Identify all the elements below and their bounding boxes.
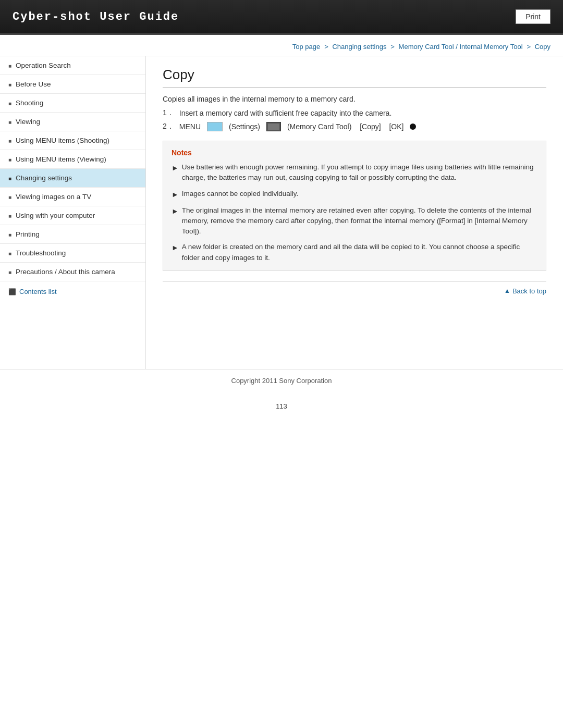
page-header: Cyber-shot User Guide Print bbox=[0, 0, 563, 35]
sidebar-label: Printing bbox=[16, 230, 40, 238]
back-to-top-link[interactable]: ▲ Back to top bbox=[504, 287, 546, 295]
memory-card-tool-icon bbox=[266, 122, 281, 131]
contents-list-link[interactable]: ⬛ Contents list bbox=[0, 281, 145, 302]
breadcrumb-memory-card-tool[interactable]: Memory Card Tool / Internal Memory Tool bbox=[399, 43, 523, 51]
note-arrow-icon: ► bbox=[172, 206, 179, 217]
bullet-icon: ■ bbox=[8, 157, 11, 163]
breadcrumb: Top page > Changing settings > Memory Ca… bbox=[0, 35, 563, 56]
note-text-1: Use batteries with enough power remainin… bbox=[182, 162, 537, 183]
sidebar-label: Using with your computer bbox=[16, 212, 95, 219]
step-2-number: 2． bbox=[163, 122, 174, 131]
sidebar-item-using-menu-viewing[interactable]: ■ Using MENU items (Viewing) bbox=[0, 150, 145, 169]
note-item-2: ► Images cannot be copied individually. bbox=[172, 189, 537, 200]
bullet-icon: ■ bbox=[8, 138, 11, 144]
contents-list-label: Contents list bbox=[19, 288, 57, 295]
note-text-2: Images cannot be copied individually. bbox=[182, 189, 298, 199]
bullet-icon: ■ bbox=[8, 269, 11, 275]
arrow-icon: ⬛ bbox=[8, 288, 16, 295]
back-to-top-arrow-icon: ▲ bbox=[504, 287, 510, 294]
sidebar-label: Precautions / About this camera bbox=[16, 268, 115, 276]
sidebar-item-using-computer[interactable]: ■ Using with your computer bbox=[0, 206, 145, 225]
step-1: 1． Insert a memory card with sufficient … bbox=[163, 108, 546, 118]
step-1-number: 1． bbox=[163, 108, 174, 118]
sidebar-label: Viewing bbox=[16, 118, 40, 126]
sidebar-item-viewing-images-tv[interactable]: ■ Viewing images on a TV bbox=[0, 188, 145, 206]
back-to-top-label: Back to top bbox=[512, 287, 546, 295]
sidebar-label: Using MENU items (Shooting) bbox=[16, 137, 109, 144]
print-button[interactable]: Print bbox=[516, 9, 550, 24]
step-2-ok-label: [OK] bbox=[385, 122, 404, 131]
page-title: Copy bbox=[163, 67, 546, 88]
step-2-memory-label: (Memory Card Tool) bbox=[287, 122, 351, 131]
intro-text: Copies all images in the internal memory… bbox=[163, 95, 546, 103]
bullet-icon: ■ bbox=[8, 232, 11, 238]
content-area: Copy Copies all images in the internal m… bbox=[146, 56, 563, 369]
app-title: Cyber-shot User Guide bbox=[13, 10, 179, 23]
breadcrumb-changing-settings[interactable]: Changing settings bbox=[332, 43, 386, 51]
notes-title: Notes bbox=[172, 149, 537, 157]
step-2: 2． MENU (Settings) (Memory Card Tool) [C… bbox=[163, 122, 546, 131]
bullet-icon: ■ bbox=[8, 176, 11, 181]
step-1-text: Insert a memory card with sufficient fre… bbox=[179, 109, 391, 117]
breadcrumb-current: Copy bbox=[535, 43, 550, 51]
bullet-icon: ■ bbox=[8, 119, 11, 125]
footer: Copyright 2011 Sony Corporation bbox=[0, 369, 563, 392]
page-number: 113 bbox=[0, 392, 563, 421]
step-2-copy-label: [Copy] bbox=[356, 122, 381, 131]
main-layout: ■ Operation Search ■ Before Use ■ Shooti… bbox=[0, 56, 563, 369]
sidebar-item-shooting[interactable]: ■ Shooting bbox=[0, 94, 145, 113]
bullet-icon: ■ bbox=[8, 82, 11, 88]
sidebar-item-viewing[interactable]: ■ Viewing bbox=[0, 113, 145, 131]
sidebar-label: Before Use bbox=[16, 80, 51, 88]
bullet-icon: ■ bbox=[8, 251, 11, 256]
sidebar-item-printing[interactable]: ■ Printing bbox=[0, 225, 145, 244]
sidebar-label: Changing settings bbox=[16, 174, 72, 182]
note-arrow-icon: ► bbox=[172, 163, 179, 174]
black-dot-icon bbox=[410, 124, 416, 130]
copyright-text: Copyright 2011 Sony Corporation bbox=[231, 377, 332, 385]
breadcrumb-top-page[interactable]: Top page bbox=[292, 43, 321, 51]
notes-box: Notes ► Use batteries with enough power … bbox=[163, 141, 546, 271]
sidebar-label: Viewing images on a TV bbox=[16, 193, 91, 201]
bullet-icon: ■ bbox=[8, 213, 11, 219]
note-item-3: ► The original images in the internal me… bbox=[172, 205, 537, 237]
note-arrow-icon: ► bbox=[172, 189, 179, 200]
sidebar-label: Shooting bbox=[16, 99, 43, 107]
sidebar-label: Using MENU items (Viewing) bbox=[16, 155, 106, 163]
sidebar-label: Operation Search bbox=[16, 61, 71, 69]
sidebar-item-precautions[interactable]: ■ Precautions / About this camera bbox=[0, 263, 145, 281]
sidebar-item-before-use[interactable]: ■ Before Use bbox=[0, 75, 145, 94]
settings-icon bbox=[207, 122, 223, 131]
sidebar-item-troubleshooting[interactable]: ■ Troubleshooting bbox=[0, 244, 145, 263]
note-item-1: ► Use batteries with enough power remain… bbox=[172, 162, 537, 183]
step-2-menu: MENU bbox=[179, 122, 201, 131]
note-arrow-icon: ► bbox=[172, 242, 179, 253]
sidebar: ■ Operation Search ■ Before Use ■ Shooti… bbox=[0, 56, 146, 369]
bullet-icon: ■ bbox=[8, 194, 11, 200]
sidebar-label: Troubleshooting bbox=[16, 249, 66, 257]
sidebar-item-changing-settings[interactable]: ■ Changing settings bbox=[0, 169, 145, 188]
sidebar-item-using-menu-shooting[interactable]: ■ Using MENU items (Shooting) bbox=[0, 131, 145, 150]
bullet-icon: ■ bbox=[8, 101, 11, 106]
note-item-4: ► A new folder is created on the memory … bbox=[172, 242, 537, 263]
note-text-3: The original images in the internal memo… bbox=[182, 205, 537, 237]
back-to-top-bar: ▲ Back to top bbox=[163, 281, 546, 297]
bullet-icon: ■ bbox=[8, 63, 11, 69]
sidebar-item-operation-search[interactable]: ■ Operation Search bbox=[0, 56, 145, 75]
step-2-settings-label: (Settings) bbox=[229, 122, 260, 131]
note-text-4: A new folder is created on the memory ca… bbox=[182, 242, 537, 263]
